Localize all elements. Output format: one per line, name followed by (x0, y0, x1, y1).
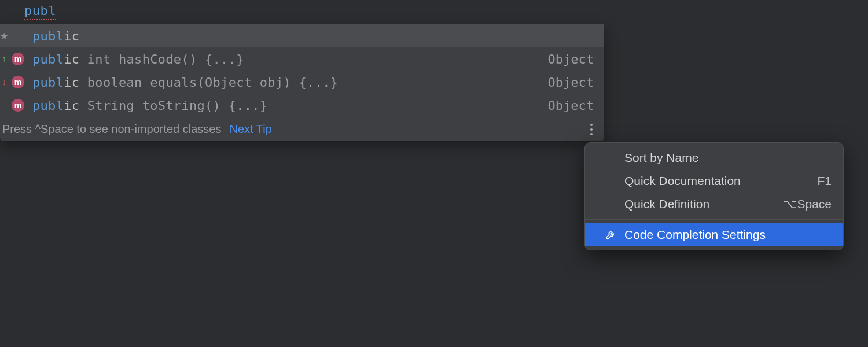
completion-item[interactable]: ↑ m public int hashCode() {...} Object (0, 47, 604, 71)
menu-separator (585, 219, 843, 220)
menu-shortcut: ⌥Space (783, 197, 832, 211)
menu-label: Sort by Name (624, 151, 698, 165)
completion-signature: public boolean equals(Object obj) {...} (32, 75, 548, 90)
menu-quick-definition[interactable]: Quick Definition ⌥Space (585, 193, 843, 216)
menu-label: Code Completion Settings (624, 228, 766, 242)
completion-footer: Press ^Space to see non-imported classes… (0, 117, 604, 141)
menu-code-completion-settings[interactable]: Code Completion Settings (585, 223, 843, 246)
menu-shortcut: F1 (817, 174, 832, 188)
completion-signature: public String toString() {...} (32, 98, 548, 113)
footer-hint: Press ^Space to see non-imported classes (2, 123, 221, 136)
more-options-icon[interactable] (587, 120, 596, 139)
down-arrow-icon: ↓ (0, 77, 8, 87)
up-arrow-icon: ↑ (0, 54, 8, 64)
menu-label: Quick Documentation (624, 174, 741, 188)
editor-line[interactable]: publ (24, 3, 56, 18)
wrench-icon (604, 228, 617, 242)
next-tip-link[interactable]: Next Tip (229, 123, 271, 136)
method-icon: m (9, 53, 27, 65)
completion-popup: ★ public ↑ m public int hashCode() {...}… (0, 24, 604, 141)
completion-type: Object (548, 75, 594, 90)
completion-item[interactable]: ★ public (0, 24, 604, 47)
method-icon: m (9, 76, 27, 88)
typed-match: publ (24, 3, 56, 20)
completion-signature: public int hashCode() {...} (32, 52, 548, 67)
completion-item[interactable]: ↓ m public boolean equals(Object obj) {.… (0, 71, 604, 94)
completion-type: Object (548, 98, 594, 113)
menu-quick-documentation[interactable]: Quick Documentation F1 (585, 169, 843, 193)
method-icon: m (9, 99, 27, 112)
star-icon: ★ (0, 31, 8, 42)
completion-item[interactable]: m public String toString() {...} Object (0, 94, 604, 117)
menu-sort-by-name[interactable]: Sort by Name (585, 146, 843, 169)
menu-label: Quick Definition (624, 197, 709, 211)
completion-signature: public (32, 29, 594, 43)
context-menu: Sort by Name Quick Documentation F1 Quic… (584, 142, 844, 250)
completion-type: Object (548, 52, 594, 67)
